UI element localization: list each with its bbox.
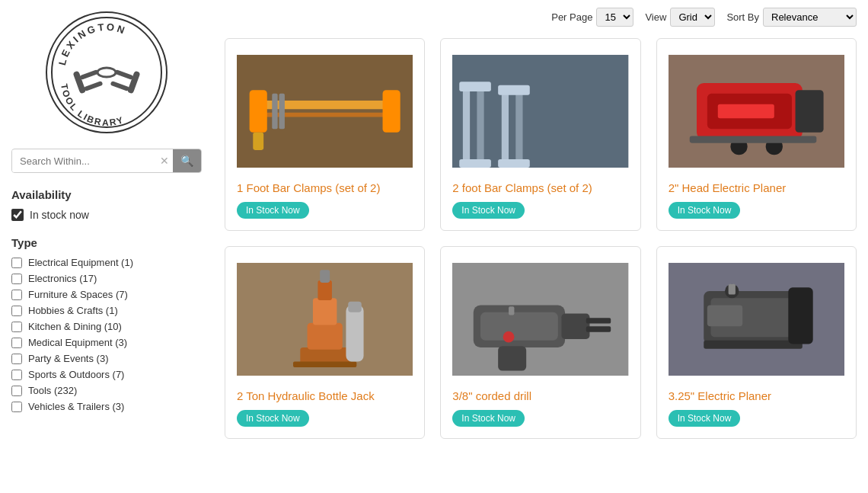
type-item[interactable]: Electronics (17)	[11, 273, 202, 284]
type-item[interactable]: Electrical Equipment (1)	[11, 257, 202, 268]
svg-rect-14	[383, 90, 400, 133]
main-content: Per Page 153060 View GridList Sort By Re…	[213, 0, 868, 493]
type-label[interactable]: Electronics (17)	[28, 273, 97, 284]
product-name-link[interactable]: 2 Ton Hydraulic Bottle Jack	[237, 389, 413, 402]
per-page-label: Per Page	[551, 11, 592, 23]
view-group: View GridList	[645, 8, 715, 27]
sort-by-group: Sort By RelevanceName A-ZName Z-APrice L…	[726, 8, 857, 27]
type-items-list: Electrical Equipment (1) Electronics (17…	[11, 257, 202, 412]
type-checkbox[interactable]	[11, 402, 22, 412]
search-submit-button[interactable]: 🔍	[173, 149, 201, 172]
type-checkbox[interactable]	[11, 258, 22, 268]
svg-rect-40	[320, 270, 330, 283]
product-name-link[interactable]: 3/8" corded drill	[452, 389, 628, 402]
product-name-link[interactable]: 2 foot Bar Clamps (set of 2)	[452, 181, 628, 194]
svg-rect-16	[272, 94, 277, 129]
in-stock-checkbox[interactable]	[11, 209, 24, 221]
svg-rect-17	[279, 94, 285, 129]
svg-rect-58	[707, 305, 742, 326]
stock-badge: In Stock Now	[669, 410, 741, 427]
product-name-link[interactable]: 3.25" Electric Planer	[669, 389, 844, 402]
logo-container: LEXINGTON TOOL LIBRARY	[11, 11, 202, 133]
in-stock-filter[interactable]: In stock now	[11, 209, 202, 221]
type-item[interactable]: Vehicles & Trailers (3)	[11, 401, 202, 412]
type-item[interactable]: Hobbies & Crafts (1)	[11, 305, 202, 316]
product-image	[452, 258, 628, 380]
svg-rect-48	[586, 318, 611, 323]
svg-rect-42	[346, 305, 363, 361]
stock-badge: In Stock Now	[237, 202, 309, 219]
stock-badge: In Stock Now	[669, 202, 741, 219]
search-box[interactable]: ✕ 🔍	[11, 149, 202, 173]
type-checkbox[interactable]	[11, 306, 22, 316]
svg-rect-13	[250, 90, 267, 133]
availability-section: Availability In stock now	[11, 188, 202, 221]
product-name-link[interactable]: 1 Foot Bar Clamps (set of 2)	[237, 181, 413, 194]
type-item[interactable]: Tools (232)	[11, 385, 202, 396]
type-item[interactable]: Party & Events (3)	[11, 353, 202, 364]
type-label[interactable]: Kitchen & Dining (10)	[28, 321, 122, 332]
product-image	[237, 258, 413, 380]
per-page-select[interactable]: 153060	[596, 8, 633, 27]
product-image	[237, 50, 413, 172]
type-label[interactable]: Tools (232)	[28, 385, 77, 396]
per-page-group: Per Page 153060	[551, 8, 633, 27]
product-image	[669, 50, 844, 172]
product-image	[452, 50, 628, 172]
svg-rect-39	[318, 280, 332, 300]
svg-rect-26	[498, 159, 530, 168]
type-label[interactable]: Vehicles & Trailers (3)	[28, 401, 124, 412]
sort-by-label: Sort By	[726, 11, 759, 23]
view-select[interactable]: GridList	[670, 8, 715, 27]
sidebar: LEXINGTON TOOL LIBRARY	[0, 0, 213, 493]
product-card: 3/8" corded drillIn Stock Now	[440, 246, 640, 439]
type-checkbox[interactable]	[11, 354, 22, 364]
svg-rect-31	[717, 104, 774, 119]
type-item[interactable]: Furniture & Spaces (7)	[11, 289, 202, 300]
type-checkbox[interactable]	[11, 322, 22, 332]
search-clear-button[interactable]: ✕	[156, 151, 173, 171]
type-label[interactable]: Sports & Outdoors (7)	[28, 369, 124, 380]
type-checkbox[interactable]	[11, 370, 22, 380]
svg-rect-49	[586, 326, 611, 331]
svg-rect-25	[498, 85, 530, 95]
type-label[interactable]: Hobbies & Crafts (1)	[28, 305, 118, 316]
product-name-link[interactable]: 2" Head Electric Planer	[669, 181, 844, 194]
type-item[interactable]: Sports & Outdoors (7)	[11, 369, 202, 380]
stock-badge: In Stock Now	[452, 410, 525, 427]
svg-rect-57	[788, 287, 812, 344]
type-label[interactable]: Medical Equipment (3)	[28, 337, 127, 348]
type-label[interactable]: Furniture & Spaces (7)	[28, 289, 128, 300]
svg-rect-20	[477, 83, 484, 168]
type-item[interactable]: Medical Equipment (3)	[11, 337, 202, 348]
type-label[interactable]: Electrical Equipment (1)	[28, 257, 133, 268]
svg-rect-41	[293, 362, 356, 367]
svg-point-51	[503, 331, 515, 343]
svg-rect-50	[498, 346, 526, 370]
stock-badge: In Stock Now	[237, 410, 309, 427]
product-card: 2 foot Bar Clamps (set of 2)In Stock Now	[440, 38, 640, 231]
svg-rect-22	[460, 159, 492, 168]
svg-rect-46	[480, 312, 558, 341]
svg-rect-47	[562, 314, 590, 339]
type-checkbox[interactable]	[11, 290, 22, 300]
svg-rect-21	[460, 82, 492, 91]
svg-rect-60	[728, 284, 735, 295]
type-checkbox[interactable]	[11, 274, 22, 284]
type-label[interactable]: Party & Events (3)	[28, 353, 108, 364]
svg-rect-52	[509, 306, 514, 315]
logo-svg: LEXINGTON TOOL LIBRARY	[49, 15, 164, 130]
product-card: 3.25" Electric PlanerIn Stock Now	[656, 246, 857, 439]
sort-by-select[interactable]: RelevanceName A-ZName Z-APrice Low-High	[763, 8, 857, 27]
search-input[interactable]	[12, 150, 156, 172]
in-stock-label[interactable]: In stock now	[30, 209, 89, 221]
svg-rect-34	[689, 136, 816, 142]
product-grid: 1 Foot Bar Clamps (set of 2)In Stock Now…	[225, 38, 857, 439]
svg-rect-19	[463, 83, 470, 168]
product-image	[669, 258, 844, 380]
type-checkbox[interactable]	[11, 338, 22, 348]
type-item[interactable]: Kitchen & Dining (10)	[11, 321, 202, 332]
svg-rect-24	[516, 87, 523, 165]
type-checkbox[interactable]	[11, 386, 22, 396]
product-card: 2 Ton Hydraulic Bottle JackIn Stock Now	[225, 246, 425, 439]
